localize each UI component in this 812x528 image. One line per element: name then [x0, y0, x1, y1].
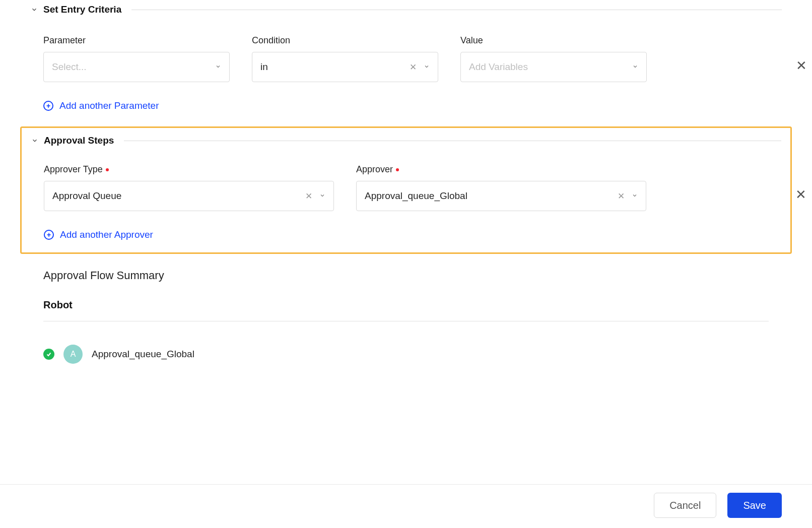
add-approver-label: Add another Approver [60, 229, 153, 240]
section-header-entry-criteria: Set Entry Criteria [30, 4, 782, 15]
condition-value: in [260, 61, 405, 73]
label-approver: Approver [356, 164, 646, 175]
approver-select[interactable]: Approval_queue_Global ✕ [356, 181, 646, 211]
remove-row-icon[interactable]: ✕ [796, 59, 807, 72]
approver-type-select[interactable]: Approval Queue ✕ [44, 181, 334, 211]
field-approver-type: Approver Type Approval Queue ✕ [44, 164, 334, 211]
value-select[interactable]: Add Variables [460, 52, 647, 82]
chevron-down-icon [421, 63, 430, 71]
summary-divider [43, 321, 769, 321]
approver-row: Approver Type Approval Queue ✕ Approver … [31, 164, 781, 211]
summary-item: A Approval_queue_Global [43, 345, 769, 364]
section-entry-criteria: Set Entry Criteria Parameter Select... C… [0, 0, 812, 126]
field-value: Value Add Variables [460, 35, 647, 82]
summary-item-name: Approval_queue_Global [92, 349, 194, 360]
section-divider [124, 141, 781, 141]
add-parameter-button[interactable]: + Add another Parameter [43, 100, 159, 111]
field-condition: Condition in ✕ [252, 35, 438, 82]
condition-select[interactable]: in ✕ [252, 52, 438, 82]
section-title: Approval Steps [44, 135, 114, 146]
chevron-down-icon [316, 192, 325, 200]
plus-circle-icon: + [44, 230, 54, 240]
clear-icon[interactable]: ✕ [405, 62, 421, 73]
section-divider [131, 10, 782, 10]
clear-icon[interactable]: ✕ [301, 191, 316, 202]
plus-circle-icon: + [43, 101, 53, 111]
add-parameter-label: Add another Parameter [59, 100, 159, 111]
section-header-approval-steps: Approval Steps [31, 135, 781, 146]
label-condition: Condition [252, 35, 438, 46]
parameter-placeholder: Select... [52, 61, 212, 73]
chevron-down-icon[interactable] [31, 137, 39, 144]
chevron-down-icon[interactable] [30, 6, 38, 13]
chevron-down-icon [212, 63, 221, 71]
summary-title: Approval Flow Summary [43, 269, 769, 282]
chevron-down-icon [629, 63, 638, 71]
value-placeholder: Add Variables [469, 61, 629, 73]
approval-flow-summary: Approval Flow Summary Robot A Approval_q… [0, 254, 812, 379]
field-approver: Approver Approval_queue_Global ✕ [356, 164, 646, 211]
chevron-down-icon [629, 192, 638, 200]
section-approval-steps: Approval Steps Approver Type Approval Qu… [20, 126, 792, 254]
approver-value: Approval_queue_Global [365, 190, 614, 202]
add-approver-button[interactable]: + Add another Approver [44, 229, 153, 240]
label-approver-type: Approver Type [44, 164, 334, 175]
clear-icon[interactable]: ✕ [614, 191, 629, 202]
remove-row-icon[interactable]: ✕ [795, 188, 806, 201]
check-circle-icon [43, 349, 54, 360]
criteria-row: Parameter Select... Condition in ✕ [30, 35, 782, 82]
avatar: A [63, 345, 83, 364]
approver-type-value: Approval Queue [52, 190, 301, 202]
required-dot-icon [396, 168, 399, 171]
required-dot-icon [106, 168, 109, 171]
parameter-select[interactable]: Select... [43, 52, 230, 82]
footer: Cancel Save [0, 484, 812, 528]
label-parameter: Parameter [43, 35, 230, 46]
cancel-button[interactable]: Cancel [654, 493, 716, 518]
field-parameter: Parameter Select... [43, 35, 230, 82]
save-button[interactable]: Save [727, 493, 782, 518]
section-title: Set Entry Criteria [43, 4, 121, 15]
summary-group-title: Robot [43, 299, 769, 311]
label-value: Value [460, 35, 647, 46]
